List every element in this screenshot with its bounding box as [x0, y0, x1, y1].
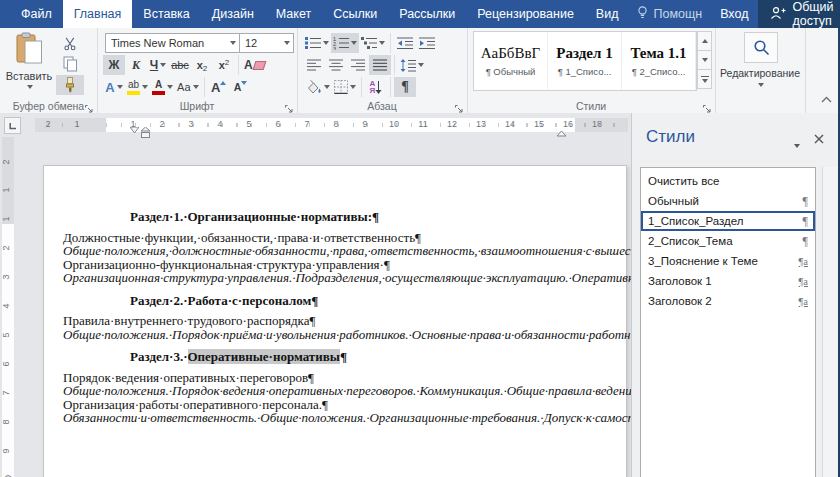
gallery-more-button[interactable] [697, 70, 712, 89]
ribbon-tab-7[interactable]: Рецензирование [466, 0, 585, 28]
document-page[interactable]: Раздел·1.·Организационные·нормативы:¶Дол… [43, 165, 627, 477]
ribbon-tab-4[interactable]: Макет [265, 0, 322, 28]
style-gallery-item[interactable]: Раздел 1¶ 1_Списо... [548, 32, 622, 90]
ribbon-tab-8[interactable]: Вид [585, 0, 630, 28]
ruler-number: 2 [159, 119, 164, 129]
first-line-indent-marker[interactable] [130, 119, 139, 137]
styles-pane-scrollbar[interactable] [822, 167, 837, 477]
paragraph[interactable]: Порядок·ведения·оперативных·переговоров¶ [63, 371, 600, 385]
styles-dialog-launcher[interactable] [702, 100, 712, 110]
align-center-button[interactable] [325, 55, 347, 75]
change-case-button[interactable]: Аа [175, 77, 201, 97]
clear-formatting-button[interactable]: А [242, 55, 267, 75]
multilevel-list-button[interactable] [359, 33, 387, 53]
ribbon-tab-1[interactable]: Главная [63, 0, 133, 28]
cut-button[interactable] [56, 33, 84, 53]
borders-button[interactable] [332, 77, 358, 97]
vertical-ruler[interactable]: 2112345678910 [2, 137, 14, 477]
bullets-button[interactable] [303, 33, 331, 53]
italic-button[interactable]: К [125, 55, 147, 75]
eraser-icon [252, 61, 266, 70]
ruler-number: 4 [217, 119, 222, 129]
paragraph[interactable]: Общие·положения,·должностные·обязанности… [63, 244, 600, 258]
styles-group: АаБбВвГ¶ ОбычныйРаздел 1¶ 1_Списо...Тема… [467, 28, 716, 113]
paragraph[interactable]: Правила·внутреннего·трудового·распорядка… [63, 314, 600, 328]
style-gallery-item[interactable]: Тема 1.1¶ 2_Списо... [622, 32, 696, 90]
font-color-button[interactable]: А [150, 77, 175, 97]
line-spacing-button[interactable] [398, 55, 426, 75]
find-button[interactable] [744, 32, 778, 63]
style-list-item[interactable]: Заголовок 1¶a [641, 271, 815, 291]
styles-pane-menu-button[interactable] [792, 134, 800, 152]
text-effects-caret-icon [117, 85, 123, 89]
tab-selector-button[interactable] [4, 117, 21, 134]
paste-button[interactable]: Вставить [6, 32, 52, 98]
subscript-button[interactable]: x 2 [191, 55, 213, 75]
copy-button[interactable] [56, 54, 84, 74]
right-indent-marker[interactable] [557, 124, 566, 142]
align-left-button[interactable] [303, 55, 325, 75]
paragraph[interactable]: Общие·положения.·Порядок·приёма·и·увольн… [63, 328, 600, 342]
font-dialog-launcher[interactable] [284, 100, 294, 110]
ribbon-tab-2[interactable]: Вставка [132, 0, 200, 28]
strikethrough-button[interactable]: abc [169, 55, 191, 75]
style-gallery-item[interactable]: АаБбВвГ¶ Обычный [474, 32, 548, 90]
font-name-combo[interactable]: Times New Roman [105, 33, 240, 53]
gallery-scroll-up-button[interactable] [697, 31, 712, 51]
style-type-marker: ¶ [803, 214, 808, 229]
sign-in-button[interactable]: Вход [710, 0, 758, 28]
paragraph[interactable]: Организационная·структура·управления.·По… [63, 271, 600, 285]
bold-button[interactable]: Ж [103, 55, 125, 75]
paragraph[interactable]: Обязанности·и·ответственность.·Общие·пол… [63, 411, 600, 425]
ribbon-tab-6[interactable]: Рассылки [388, 0, 466, 28]
ribbon-tab-0[interactable]: Файл [10, 0, 63, 28]
paragraph[interactable]: Организационно-функциональная·структура·… [63, 258, 600, 272]
change-case-caret-icon [193, 85, 199, 89]
style-list-item[interactable]: Очистить все [641, 171, 815, 191]
increase-indent-button[interactable] [416, 33, 438, 53]
text-effects-button[interactable]: А [103, 77, 125, 97]
clipboard-dialog-launcher[interactable] [84, 100, 94, 110]
ruler-number: 2 [45, 119, 50, 129]
paragraph[interactable]: Общие·положения.·Порядок·ведения·операти… [63, 384, 600, 398]
share-button[interactable]: Общий доступ [758, 0, 840, 28]
align-right-button[interactable] [347, 55, 369, 75]
style-list-item[interactable]: 3_Пояснение к Теме¶a [641, 251, 815, 271]
style-type-marker: ¶ [803, 194, 808, 209]
style-list-item[interactable]: Обычный¶ [641, 191, 815, 211]
styles-pane-close-button[interactable] [814, 130, 824, 148]
underline-button[interactable]: Ч [147, 55, 169, 75]
sort-arrow-icon [375, 81, 382, 94]
ribbon-tab-3[interactable]: Дизайн [201, 0, 265, 28]
align-left-icon [307, 59, 321, 71]
font-group-label: Шрифт [97, 100, 297, 112]
decrease-indent-button[interactable] [394, 33, 416, 53]
paragraph[interactable]: Раздел·3.·Оперативные·нормативы¶ [63, 350, 600, 364]
format-painter-button[interactable] [56, 75, 84, 95]
sort-button[interactable]: АЯ [365, 77, 387, 97]
shrink-font-button[interactable]: А [230, 77, 252, 97]
text-highlight-button[interactable]: ab [125, 77, 150, 97]
horizontal-ruler[interactable]: 211234567891011121314151618 [35, 118, 628, 132]
paragraph-dialog-launcher[interactable] [454, 100, 464, 110]
paragraph[interactable]: Должностные·функции,·обязанности,·права·… [63, 231, 600, 245]
style-gallery-label: ¶ 2_Списо... [632, 66, 686, 77]
show-formatting-marks-button[interactable]: ¶ [394, 77, 416, 97]
superscript-button[interactable]: x 2 [213, 55, 235, 75]
style-list-item[interactable]: 2_Список_Тема¶ [641, 231, 815, 251]
numbering-button[interactable]: 123 [331, 33, 359, 53]
shading-button[interactable] [303, 77, 332, 97]
style-list-item[interactable]: Заголовок 2¶a [641, 291, 815, 311]
paragraph[interactable]: Раздел·2.·Работа·с·персоналом¶ [63, 294, 600, 308]
font-size-combo[interactable]: 12 [239, 33, 294, 53]
gallery-scroll-down-button[interactable] [697, 51, 712, 70]
hanging-indent-marker[interactable] [141, 125, 150, 143]
grow-font-button[interactable]: А [208, 77, 230, 97]
style-list-item[interactable]: 1_Список_Раздел¶ [641, 211, 815, 231]
collapse-ribbon-button[interactable] [821, 89, 832, 107]
tell-me-button[interactable]: Помощн [629, 0, 710, 28]
ribbon-tab-5[interactable]: Ссылки [322, 0, 388, 28]
paragraph[interactable]: Организация·работы·оперативного·персонал… [63, 398, 600, 412]
paragraph[interactable]: Раздел·1.·Организационные·нормативы:¶ [63, 210, 600, 224]
justify-button[interactable] [369, 55, 391, 75]
